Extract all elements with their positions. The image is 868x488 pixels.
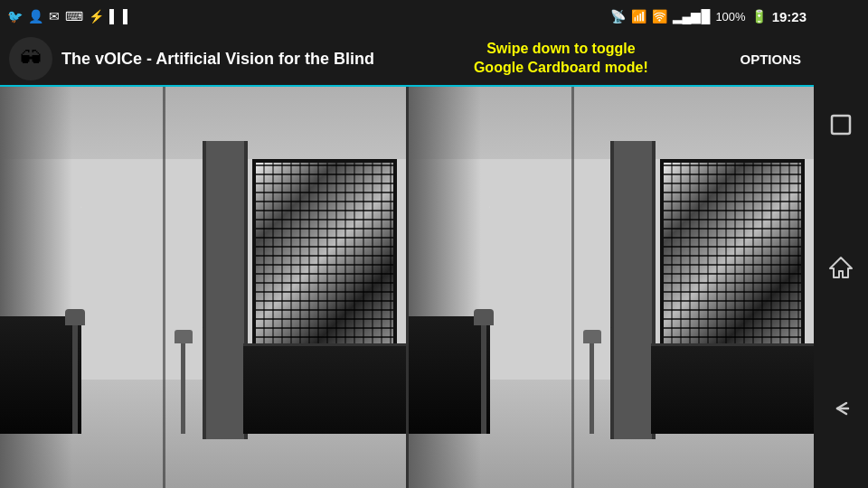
cast-icon: 📡 [610, 9, 626, 23]
code-icon: ⌨ [65, 9, 83, 23]
scan-line [163, 87, 165, 488]
lamp-stand2 [181, 343, 185, 434]
corner-furniture-r [409, 316, 490, 434]
main-content [0, 87, 814, 488]
wifi-icon: 🛜 [652, 9, 667, 23]
lamp-stand-r [481, 325, 486, 434]
barcode-icon: ▌▐ [109, 9, 127, 23]
status-right-icons: 📡 📶 🛜 ▂▄▆█ 100% 🔋 19:23 [610, 9, 807, 24]
lamp-stand [72, 325, 78, 434]
door-frame [203, 141, 248, 439]
lamp-head-r [474, 309, 494, 325]
app-bar: 🕶 The vOICe - Artificial Vision for the … [0, 33, 814, 87]
signal-icon: 📶 [631, 9, 646, 23]
door-frame-r [610, 141, 656, 439]
right-camera-view [409, 87, 815, 488]
back-icon[interactable] [823, 390, 859, 427]
lamp-head [65, 309, 85, 325]
twitter-icon: 🐦 [7, 9, 23, 23]
signal-bars-icon: ▂▄▆█ [673, 9, 711, 23]
battery-percent: 100% [715, 10, 745, 23]
status-left-icons: 🐦 👤 ✉ ⌨ ⚡ ▌▐ [7, 9, 127, 23]
left-room-scene [0, 87, 406, 488]
battery-icon: 🔋 [751, 9, 767, 23]
scan-line-r [571, 87, 574, 488]
app-title: The vOICe - Artificial Vision for the Bl… [61, 50, 394, 69]
logo-emoji: 🕶 [20, 46, 42, 71]
lamp-head2-r [583, 330, 601, 343]
status-bar: 🐦 👤 ✉ ⌨ ⚡ ▌▐ 📡 📶 🛜 ▂▄▆█ 100% 🔋 19:23 [0, 0, 814, 33]
person-icon: 👤 [28, 9, 43, 23]
email-icon: ✉ [49, 9, 60, 23]
app-logo: 🕶 [9, 37, 52, 80]
lamp-head2 [175, 330, 193, 343]
home-icon[interactable] [823, 249, 859, 285]
console-furniture [243, 343, 406, 434]
svg-marker-1 [830, 258, 852, 277]
left-camera-view [0, 87, 406, 488]
console-furniture-r [651, 343, 814, 434]
svg-rect-0 [832, 116, 850, 134]
swipe-hint: Swipe down to toggle Google Cardboard mo… [394, 40, 727, 78]
square-icon[interactable] [823, 107, 859, 143]
nav-bar [814, 0, 868, 488]
view-divider [406, 87, 409, 488]
options-button[interactable]: OPTIONS [728, 44, 815, 74]
right-room-scene [409, 87, 815, 488]
swipe-hint-line2: Google Cardboard mode! [394, 59, 727, 78]
lamp-stand2-r [590, 343, 594, 434]
swipe-hint-line1: Swipe down to toggle [394, 40, 727, 59]
corner-furniture [0, 316, 81, 434]
time-display: 19:23 [772, 9, 807, 24]
usb-icon: ⚡ [89, 9, 104, 23]
